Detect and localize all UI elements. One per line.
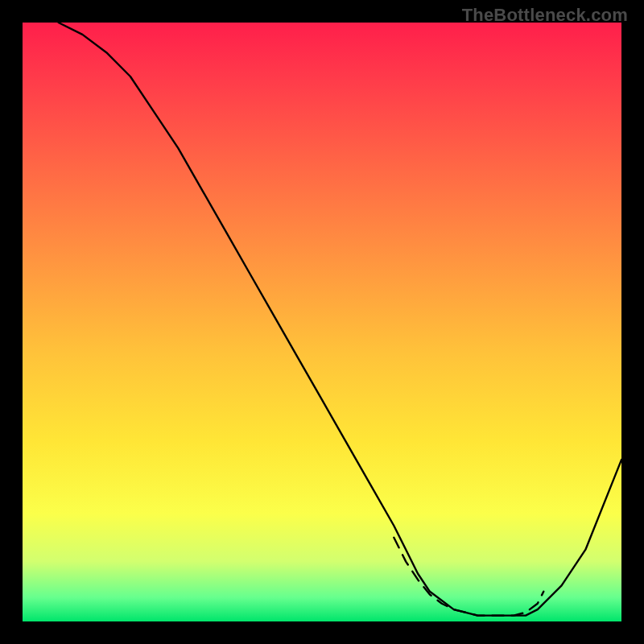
chart-svg	[23, 23, 621, 621]
plot-area	[23, 23, 621, 621]
trough-dashes	[394, 538, 543, 616]
bottleneck-curve	[59, 23, 621, 616]
chart-frame: TheBottleneck.com	[0, 0, 644, 644]
